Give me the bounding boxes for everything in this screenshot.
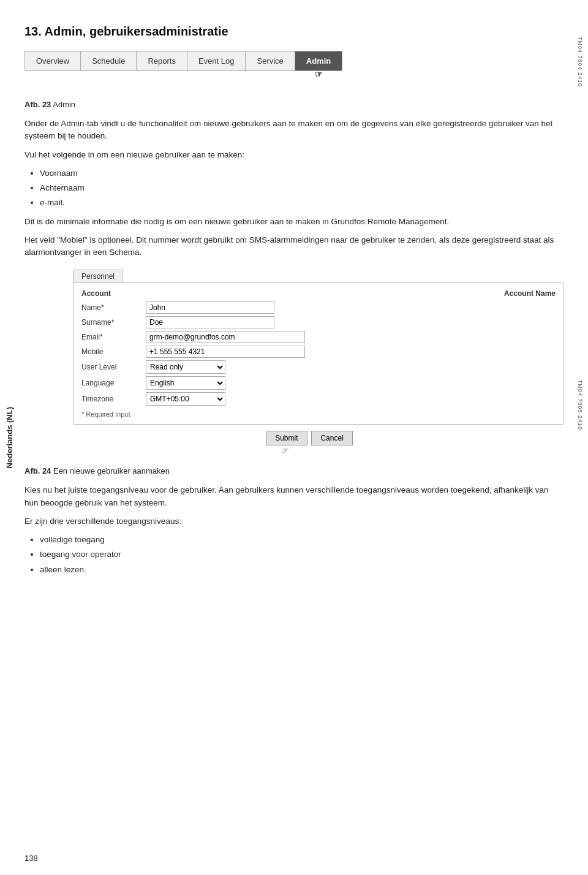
bullet2-item1: toegang voor operator: [40, 548, 564, 561]
text4: Het veld "Mobiel" is optioneel. Dit numm…: [24, 234, 564, 259]
select-language[interactable]: English Nederlands: [146, 376, 225, 390]
timezone-select-wrapper: GMT+05:00 GMT+00:00: [146, 392, 225, 406]
nav-tabs: Overview Schedule Reports Event Log Serv…: [24, 51, 342, 71]
label-email: Email*: [81, 333, 146, 341]
fig24-caption: Afb. 24 Een nieuwe gebruiker aanmaken: [24, 466, 564, 475]
intro-text1: Onder de Admin-tab vindt u de functional…: [24, 118, 564, 143]
personnel-tab[interactable]: Personnel: [74, 270, 123, 282]
label-userlevel: User Level: [81, 363, 146, 371]
chapter-title: 13. Admin, gebruikersadministratie: [24, 25, 564, 39]
tm-label-top: TM04 7304 2410: [577, 37, 583, 87]
label-timezone: Timezone: [81, 395, 146, 403]
submit-button[interactable]: Submit: [266, 431, 307, 445]
text3: Dit is de minimale informatie die nodig …: [24, 216, 564, 228]
tab-reports[interactable]: Reports: [137, 51, 187, 70]
form-row-email: Email*: [81, 331, 556, 343]
header-account: Account: [81, 289, 111, 298]
userlevel-select-wrapper: Read only Operator Full access: [146, 360, 225, 374]
tab-admin[interactable]: Admin ☞: [295, 51, 342, 70]
nav-tabs-container: Overview Schedule Reports Event Log Serv…: [24, 51, 564, 86]
intro-text2: Vul het volgende in om een nieuwe gebrui…: [24, 149, 564, 161]
bullet1-item2: e-mail.: [40, 197, 564, 209]
cancel-button[interactable]: Cancel: [311, 431, 352, 445]
label-mobile: Mobile: [81, 347, 146, 356]
form-row-surname: Surname*: [81, 316, 556, 328]
form-header: Account Account Name: [81, 289, 556, 298]
form-row-userlevel: User Level Read only Operator Full acces…: [81, 360, 556, 374]
select-userlevel[interactable]: Read only Operator Full access: [146, 360, 225, 374]
label-surname: Surname*: [81, 318, 146, 327]
side-label: Nederlands (NL): [0, 0, 18, 875]
label-name: Name*: [81, 303, 146, 312]
input-mobile[interactable]: [146, 346, 305, 358]
form-row-language: Language English Nederlands: [81, 376, 556, 390]
tab-schedule[interactable]: Schedule: [81, 51, 137, 70]
form-row-mobile: Mobile: [81, 346, 556, 358]
fig23-caption: Afb. 23 Admin: [24, 100, 564, 109]
page-number: 138: [24, 854, 38, 863]
header-account-name: Account Name: [504, 289, 556, 298]
input-name[interactable]: [146, 301, 274, 314]
form-row-name: Name*: [81, 301, 556, 314]
personnel-form: Account Account Name Name* Surname* Emai…: [74, 282, 564, 425]
bullets1-list: Voornaam Achternaam e-mail.: [40, 167, 564, 210]
form-buttons: Submit Cancel ☞: [55, 431, 564, 455]
text6: Er zijn drie verschillende toegangsnivea…: [24, 515, 564, 528]
bullets2-list: volledige toegang toegang voor operator …: [40, 534, 564, 576]
required-note: * Required Input: [81, 411, 556, 418]
language-select-wrapper: English Nederlands: [146, 376, 225, 390]
label-language: Language: [81, 379, 146, 387]
input-surname[interactable]: [146, 316, 274, 328]
tab-overview[interactable]: Overview: [25, 51, 81, 70]
bullet2-item0: volledige toegang: [40, 534, 564, 546]
tab-eventlog[interactable]: Event Log: [187, 51, 246, 70]
form-row-timezone: Timezone GMT+05:00 GMT+00:00: [81, 392, 556, 406]
tm-label-bottom: TM04 7305 2410: [577, 380, 583, 430]
text5: Kies nu het juiste toegangsniveau voor d…: [24, 484, 564, 509]
bullet1-item0: Voornaam: [40, 167, 564, 180]
bullet2-item2: alleen lezen.: [40, 564, 564, 576]
input-email[interactable]: [146, 331, 305, 343]
select-timezone[interactable]: GMT+05:00 GMT+00:00: [146, 392, 225, 406]
personnel-form-wrapper: Personnel Account Account Name Name* Sur…: [74, 270, 564, 455]
tab-service[interactable]: Service: [246, 51, 295, 70]
bullet1-item1: Achternaam: [40, 182, 564, 194]
